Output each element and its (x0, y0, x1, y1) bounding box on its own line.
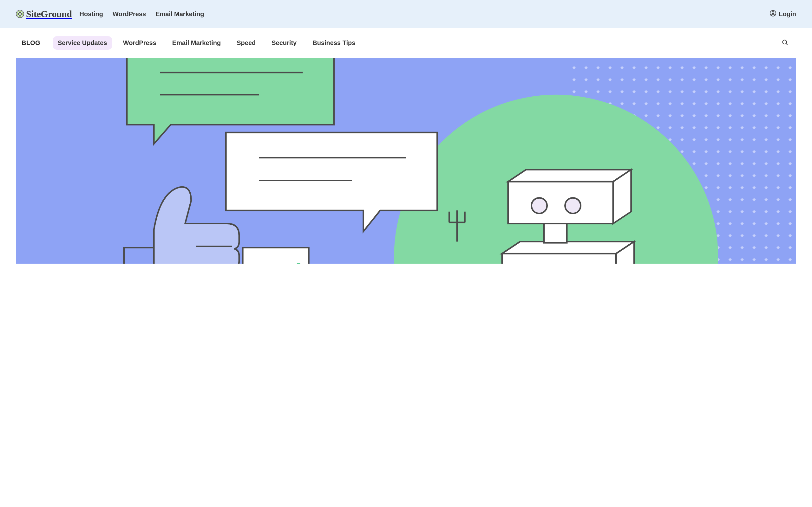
login-link[interactable]: Login (769, 10, 796, 18)
cat-wordpress[interactable]: WordPress (118, 36, 161, 50)
content-area (0, 58, 812, 276)
cat-speed[interactable]: Speed (232, 36, 261, 50)
svg-rect-30 (124, 247, 154, 264)
brand-name: SiteGround (26, 9, 72, 19)
brand-logo[interactable]: SiteGround (16, 9, 72, 19)
svg-rect-14 (502, 253, 616, 264)
nav-wordpress[interactable]: WordPress (113, 10, 146, 18)
cat-business-tips[interactable]: Business Tips (307, 36, 360, 50)
blog-subnav: BLOG Service Updates WordPress Email Mar… (0, 28, 812, 58)
svg-point-18 (531, 198, 547, 213)
search-icon (781, 42, 789, 47)
brand-mark-icon (16, 10, 24, 18)
user-icon (769, 10, 776, 18)
blog-label: BLOG (21, 39, 40, 47)
login-label: Login (779, 10, 796, 18)
svg-point-19 (565, 198, 580, 213)
nav-hosting[interactable]: Hosting (80, 10, 103, 18)
nav-email-marketing[interactable]: Email Marketing (155, 10, 204, 18)
svg-point-3 (19, 13, 20, 14)
vertical-divider (46, 39, 46, 47)
svg-line-7 (786, 43, 788, 45)
hero-illustration (16, 58, 796, 264)
blog-categories: Service Updates WordPress Email Marketin… (53, 36, 360, 50)
cat-service-updates[interactable]: Service Updates (53, 36, 112, 50)
svg-point-5 (772, 11, 774, 13)
cat-security[interactable]: Security (266, 36, 302, 50)
svg-rect-35 (243, 247, 309, 264)
search-button[interactable] (780, 37, 791, 49)
primary-nav: Hosting WordPress Email Marketing (80, 10, 204, 18)
top-header: SiteGround Hosting WordPress Email Marke… (0, 0, 812, 28)
cat-email-marketing[interactable]: Email Marketing (167, 36, 226, 50)
svg-point-6 (782, 40, 786, 44)
svg-rect-17 (508, 181, 613, 223)
